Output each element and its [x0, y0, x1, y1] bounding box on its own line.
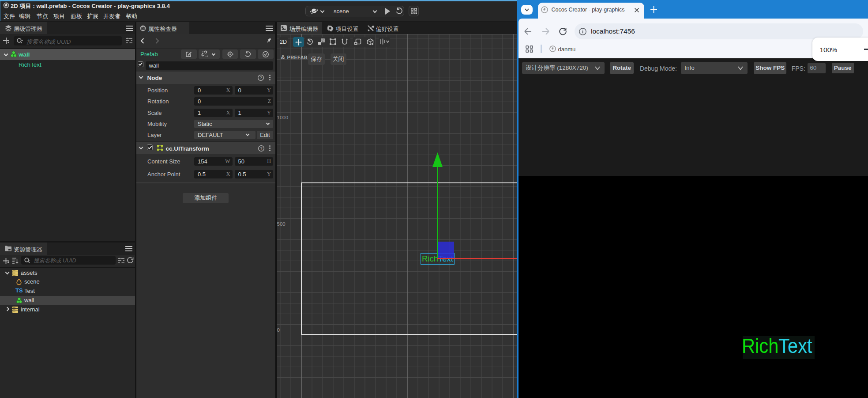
- svg-text:?: ?: [259, 76, 262, 80]
- svg-text:?: ?: [260, 146, 262, 151]
